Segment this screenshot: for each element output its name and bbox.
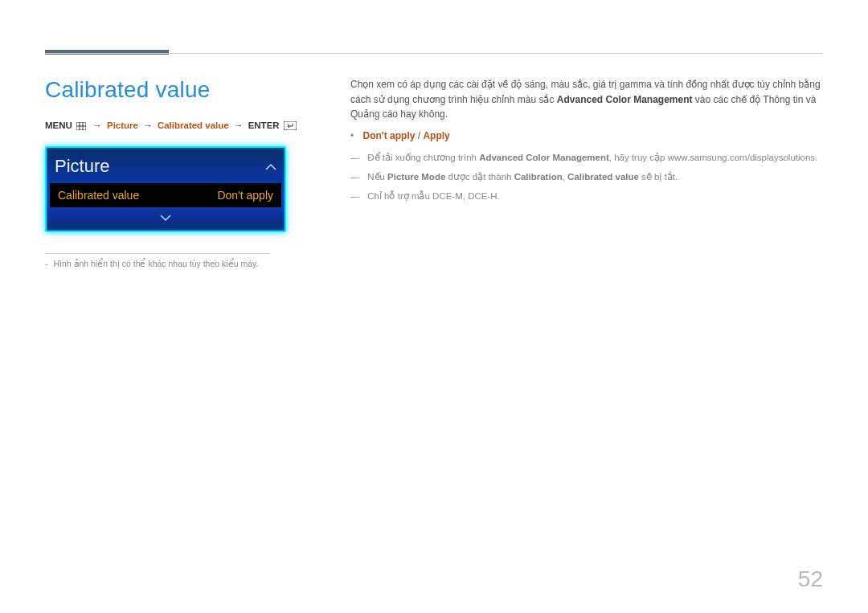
breadcrumb-sep-2: →	[141, 121, 155, 130]
osd-row-label: Calibrated value	[58, 189, 139, 202]
bullet-icon: •	[350, 130, 354, 141]
option-apply: Apply	[423, 130, 449, 141]
note-3: ― Chỉ hỗ trợ mẫu DCE-M, DCE-H.	[350, 190, 823, 204]
footnote-dash-icon: -	[45, 259, 48, 268]
osd-selected-row[interactable]: Calibrated value Don't apply	[50, 183, 281, 207]
breadcrumb-enter: ENTER	[248, 121, 280, 130]
menu-grid-icon	[76, 122, 86, 132]
header-accent-bar	[45, 50, 169, 55]
note-2: ― Nếu Picture Mode được đặt thành Calibr…	[350, 170, 823, 185]
osd-header: Picture	[55, 153, 276, 183]
note3-text: Chỉ hỗ trợ mẫu DCE-M, DCE-H.	[367, 191, 500, 201]
page-title: Calibrated value	[45, 77, 318, 103]
note2-s1: Picture Mode	[387, 172, 445, 182]
page-content: Calibrated value MENU → Picture → Calibr…	[45, 77, 823, 581]
note-dash-icon-3: ―	[350, 190, 365, 204]
osd-title: Picture	[55, 156, 109, 177]
option-dont-apply: Don't apply	[363, 130, 416, 141]
breadcrumb: MENU → Picture → Calibrated value → ENTE…	[45, 121, 318, 132]
note1-strong: Advanced Color Management	[479, 153, 609, 162]
breadcrumb-menu: MENU	[45, 121, 72, 130]
note-dash-icon: ―	[350, 151, 365, 166]
description-paragraph: Chọn xem có áp dụng các cài đặt về độ sá…	[350, 77, 823, 122]
breadcrumb-sep-1: →	[90, 121, 104, 130]
note-1: ― Để tải xuống chương trình Advanced Col…	[350, 151, 823, 166]
page-number: 52	[798, 566, 823, 592]
note-dash-icon-2: ―	[350, 170, 365, 185]
enter-icon	[284, 121, 297, 132]
osd-footer	[55, 207, 276, 224]
breadcrumb-sep-3: →	[231, 121, 246, 130]
osd-row-value: Don't apply	[217, 189, 273, 202]
note1-pre: Để tải xuống chương trình	[367, 153, 479, 162]
note2-s3: Calibrated value	[567, 172, 639, 182]
breadcrumb-picture: Picture	[107, 121, 138, 130]
chevron-up-icon[interactable]	[265, 161, 276, 173]
note2-s2: Calibration	[514, 172, 563, 182]
desc-strong: Advanced Color Management	[557, 94, 693, 105]
left-column: Calibrated value MENU → Picture → Calibr…	[45, 77, 318, 581]
note2-pre: Nếu	[367, 172, 387, 182]
note1-post: , hãy truy cập www.samsung.com/displayso…	[609, 153, 817, 162]
left-footnote: - Hình ảnh hiển thị có thể khác nhau tùy…	[45, 253, 270, 268]
footnote-text: Hình ảnh hiển thị có thể khác nhau tùy t…	[53, 259, 258, 268]
osd-panel: Picture Calibrated value Don't apply	[45, 146, 286, 232]
chevron-down-icon[interactable]	[55, 212, 276, 224]
option-sep: /	[415, 130, 423, 141]
note2-post: sẽ bị tắt.	[639, 172, 678, 182]
breadcrumb-calibrated: Calibrated value	[158, 121, 229, 130]
options-row: • Don't apply / Apply	[350, 129, 823, 144]
note2-mid: được đặt thành	[445, 172, 514, 182]
header-divider	[45, 53, 823, 54]
right-column: Chọn xem có áp dụng các cài đặt về độ sá…	[350, 77, 823, 581]
